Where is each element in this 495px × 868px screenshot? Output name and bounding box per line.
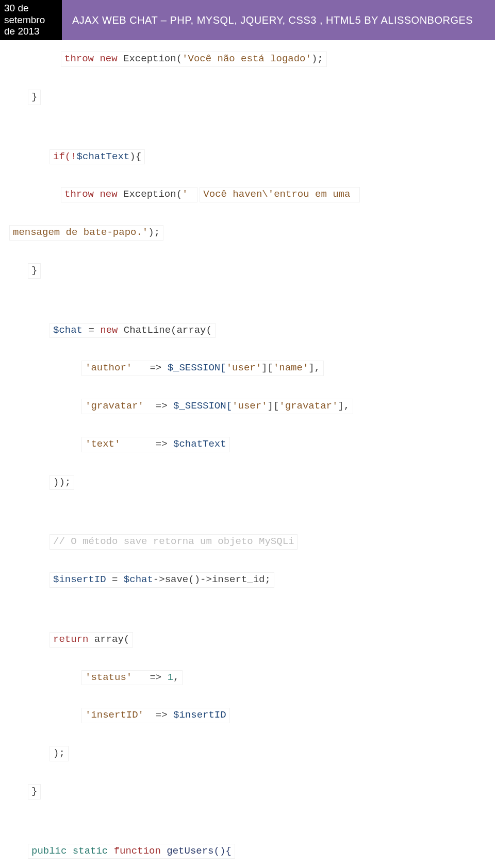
code-line: // O método save retorna um objeto MySQL…: [50, 534, 298, 550]
code-line: 'text' => $chatText: [81, 437, 230, 452]
date-line-3: de 2013: [4, 26, 58, 38]
code-line: ));: [50, 475, 74, 490]
date-line-1: 30 de: [4, 3, 58, 14]
code-line: 'status' => 1,: [81, 670, 183, 686]
code-line: Você haven\'entrou em uma: [200, 187, 359, 202]
code-line: throw new Exception(': [61, 187, 197, 202]
code-line: return array(: [50, 632, 133, 648]
code-line: }: [28, 784, 41, 799]
header-title: AJAX WEB CHAT – PHP, MYSQL, JQUERY, CSS3…: [62, 0, 495, 40]
code-line: $insertID = $chat->save()->insert_id;: [50, 572, 274, 588]
code-line: public static function getUsers(){: [28, 844, 235, 859]
document-body: throw new Exception('Você não está logad…: [0, 40, 495, 868]
document-header: 30 de setembro de 2013 AJAX WEB CHAT – P…: [0, 0, 495, 40]
code-line: 'author' => $_SESSION['user']['name'],: [81, 361, 324, 376]
code-line: mensagem de bate-papo.');: [9, 225, 163, 241]
code-line: }: [28, 90, 41, 105]
code-line: 'gravatar' => $_SESSION['user']['gravata…: [81, 399, 353, 414]
header-date-box: 30 de setembro de 2013: [0, 0, 62, 40]
code-line: );: [50, 746, 69, 761]
code-line: $chat = new ChatLine(array(: [50, 323, 216, 338]
code-line: throw new Exception('Você não está logad…: [61, 52, 327, 67]
date-line-2: setembro: [4, 14, 58, 26]
code-line: if(!$chatText){: [50, 149, 145, 165]
code-line: 'insertID' => $insertID: [81, 708, 230, 723]
code-line: }: [28, 263, 41, 279]
